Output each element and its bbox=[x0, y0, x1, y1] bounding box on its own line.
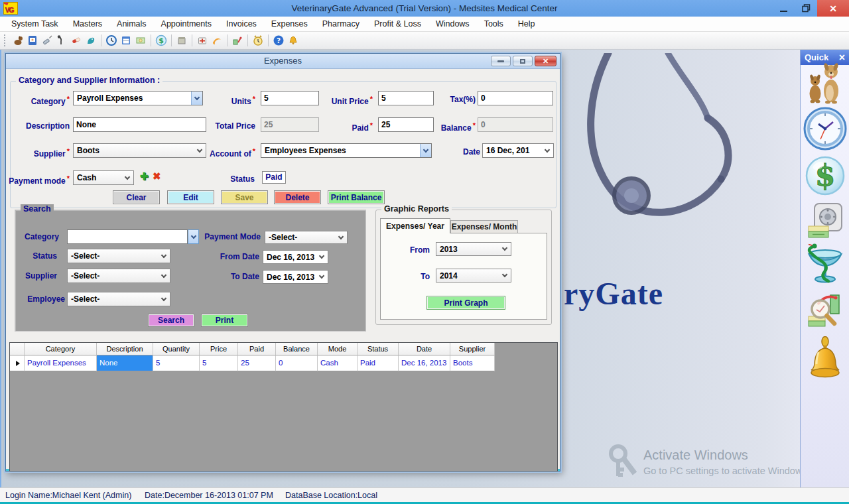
cell-price[interactable]: 5 bbox=[200, 355, 238, 371]
menu-animals[interactable]: Animals bbox=[109, 17, 153, 32]
to-date-select[interactable]: Dec 16, 2013 bbox=[263, 270, 328, 284]
bell-icon[interactable] bbox=[286, 33, 300, 48]
from-date-select[interactable]: Dec 16, 2013 bbox=[263, 250, 328, 264]
sales-chart-icon[interactable] bbox=[230, 33, 245, 48]
tax-input[interactable] bbox=[478, 91, 553, 105]
alarm-clock-icon[interactable] bbox=[251, 33, 265, 48]
supplier-label: Supplier bbox=[13, 147, 70, 158]
svg-text:?: ? bbox=[277, 36, 281, 44]
print-button[interactable]: Print bbox=[201, 314, 248, 327]
edit-button[interactable]: Edit bbox=[167, 190, 214, 204]
from-date-label: From Date bbox=[204, 252, 259, 261]
account-of-combobox[interactable]: Employees Expenses bbox=[261, 143, 432, 158]
search-button[interactable]: Search bbox=[148, 314, 194, 327]
invoice-money-icon[interactable] bbox=[133, 33, 148, 48]
help-icon[interactable]: ? bbox=[271, 33, 286, 48]
dialog-minimize-button[interactable] bbox=[491, 56, 511, 66]
cell-status[interactable]: Paid bbox=[358, 355, 399, 371]
report-to-select[interactable]: 2014 bbox=[436, 269, 511, 283]
report-to-label: To bbox=[387, 272, 430, 281]
account-of-dropdown-icon[interactable] bbox=[420, 144, 431, 157]
col-status: Status bbox=[358, 343, 399, 355]
search-supplier-select[interactable]: -Select- bbox=[67, 269, 170, 283]
menu-tools[interactable]: Tools bbox=[477, 17, 511, 32]
search-employee-select[interactable]: -Select- bbox=[67, 292, 170, 306]
dialog-maximize-button[interactable] bbox=[513, 56, 533, 66]
package-icon[interactable] bbox=[174, 33, 189, 48]
tab-expenses-month[interactable]: Expenses/ Month bbox=[450, 220, 518, 233]
col-category: Category bbox=[25, 343, 97, 355]
parrot-icon[interactable] bbox=[84, 33, 98, 48]
search-category-dropdown-icon[interactable] bbox=[188, 229, 199, 244]
menu-expenses[interactable]: Expenses bbox=[264, 17, 315, 32]
delete-payment-mode-icon[interactable]: ✖ bbox=[153, 171, 161, 182]
supplier-select[interactable]: Boots bbox=[73, 143, 206, 158]
menu-invoices[interactable]: Invoices bbox=[219, 17, 264, 32]
dollar-globe-icon[interactable]: $ bbox=[154, 33, 168, 48]
category-combobox[interactable]: Payroll Expenses bbox=[73, 91, 203, 105]
dog-icon[interactable] bbox=[11, 33, 25, 48]
print-graph-button[interactable]: Print Graph bbox=[426, 296, 505, 310]
app-titlebar: VG VeterinaryGate Advanced (Trial Versio… bbox=[0, 0, 849, 17]
pharmacy-icon[interactable] bbox=[805, 242, 845, 288]
bird-perch-icon[interactable] bbox=[54, 33, 69, 48]
search-payment-mode-select[interactable]: -Select- bbox=[265, 231, 348, 244]
medicine-box-icon[interactable] bbox=[195, 33, 210, 48]
pharmacy-swoosh-icon[interactable] bbox=[210, 33, 224, 48]
cell-supplier[interactable]: Boots bbox=[450, 355, 495, 371]
close-button[interactable]: ✕ bbox=[817, 0, 849, 17]
grid-corner-cell bbox=[10, 343, 25, 355]
col-mode: Mode bbox=[318, 343, 358, 355]
table-row[interactable]: Payroll Expenses None 5 5 25 0 Cash Paid… bbox=[10, 355, 495, 371]
menu-appointments[interactable]: Appointments bbox=[154, 17, 219, 32]
total-price-label: Total Price bbox=[198, 121, 255, 131]
print-balance-button[interactable]: Print Balance bbox=[328, 190, 385, 204]
menu-masters[interactable]: Masters bbox=[66, 17, 109, 32]
add-payment-mode-icon[interactable]: ✚ bbox=[140, 171, 149, 182]
description-input[interactable] bbox=[73, 117, 206, 132]
tab-expenses-year[interactable]: Expenses/ Year bbox=[380, 218, 450, 233]
cell-quantity[interactable]: 5 bbox=[153, 355, 200, 371]
syringe-icon[interactable] bbox=[40, 33, 54, 48]
save-button[interactable]: Save bbox=[221, 190, 268, 204]
cell-category[interactable]: Payroll Expenses bbox=[25, 355, 97, 371]
cell-description[interactable]: None bbox=[97, 355, 153, 371]
search-status-select[interactable]: -Select- bbox=[67, 249, 170, 263]
date-select[interactable]: 16 Dec, 201 bbox=[482, 143, 554, 158]
payment-mode-select[interactable]: Cash bbox=[73, 170, 134, 185]
menu-windows[interactable]: Windows bbox=[428, 17, 477, 32]
cell-date[interactable]: Dec 16, 2013 bbox=[399, 355, 450, 371]
col-balance: Balance bbox=[276, 343, 318, 355]
money-icon[interactable]: $ bbox=[805, 156, 845, 198]
row-selector-cell[interactable] bbox=[10, 355, 25, 371]
calendar-icon[interactable] bbox=[119, 33, 133, 48]
clear-button[interactable]: Clear bbox=[113, 190, 160, 204]
wall-clock-icon[interactable] bbox=[803, 107, 847, 153]
current-row-icon bbox=[16, 361, 20, 366]
search-category-input[interactable] bbox=[67, 229, 188, 244]
contacts-book-icon[interactable] bbox=[25, 33, 40, 48]
veterinarygate-watermark: ryGate bbox=[564, 275, 663, 312]
cell-balance[interactable]: 0 bbox=[276, 355, 318, 371]
expenses-year-tabpanel: From 2013 To 2014 Print Graph bbox=[380, 233, 547, 320]
search-category-label: Category bbox=[17, 232, 59, 241]
cash-safe-icon[interactable] bbox=[807, 202, 843, 241]
cell-mode[interactable]: Cash bbox=[318, 355, 358, 371]
dialog-close-button[interactable]: ✕ bbox=[535, 56, 556, 66]
pets-icon[interactable] bbox=[807, 60, 844, 106]
menu-help[interactable]: Help bbox=[511, 17, 543, 32]
minimize-button[interactable] bbox=[772, 0, 795, 17]
menu-profit-loss[interactable]: Profit & Loss bbox=[367, 17, 428, 32]
capsule-icon[interactable] bbox=[69, 33, 84, 48]
menu-pharmacy[interactable]: Pharmacy bbox=[315, 17, 367, 32]
cell-paid[interactable]: 25 bbox=[238, 355, 276, 371]
clock-icon[interactable] bbox=[104, 33, 119, 48]
delete-button[interactable]: Delete bbox=[274, 190, 321, 204]
report-from-select[interactable]: 2013 bbox=[436, 242, 511, 256]
menu-system-task[interactable]: System Task bbox=[4, 17, 66, 32]
toolbar: $ ? bbox=[0, 32, 849, 50]
restore-button[interactable] bbox=[795, 0, 817, 17]
date-label: Date bbox=[440, 147, 480, 157]
analysis-icon[interactable] bbox=[806, 290, 844, 330]
reminder-bell-icon[interactable] bbox=[810, 336, 840, 381]
